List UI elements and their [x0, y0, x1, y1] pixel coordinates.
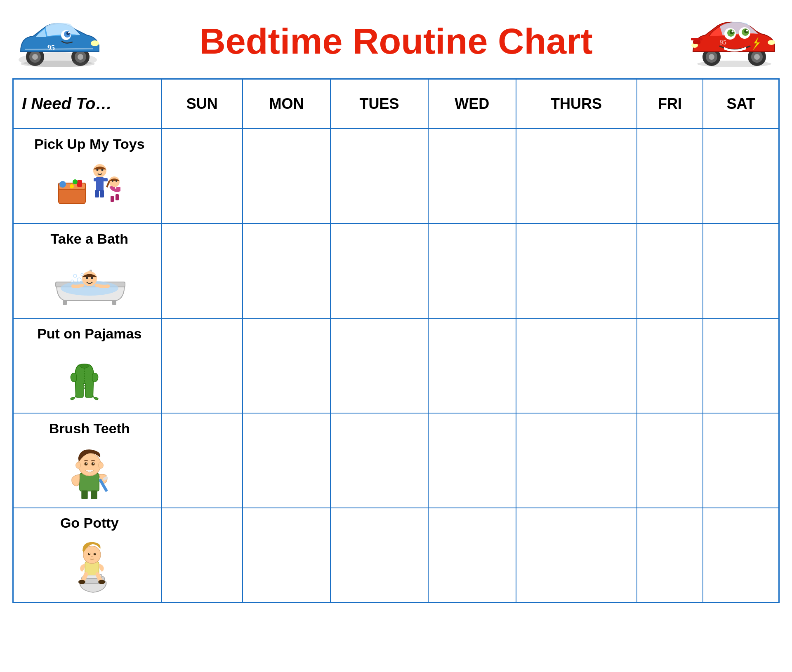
- svg-point-48: [109, 176, 120, 187]
- brush-teeth-mon[interactable]: [243, 413, 330, 508]
- put-on-pajamas-wed[interactable]: [428, 318, 516, 413]
- take-bath-wed[interactable]: [428, 223, 516, 318]
- mon-header: MON: [243, 79, 330, 129]
- toys-icon: [22, 156, 157, 218]
- svg-rect-43: [103, 178, 108, 181]
- task-column-header: I Need To…: [13, 79, 162, 129]
- take-bath-mon[interactable]: [243, 223, 330, 318]
- brush-teeth-tues[interactable]: [330, 413, 428, 508]
- svg-point-7: [91, 40, 99, 46]
- svg-point-47: [101, 169, 103, 171]
- put-on-pajamas-sat[interactable]: [703, 318, 779, 413]
- pick-up-toys-wed[interactable]: [428, 129, 516, 223]
- go-potty-sun[interactable]: [162, 508, 243, 603]
- thurs-header: THURS: [516, 79, 637, 129]
- go-potty-sat[interactable]: [703, 508, 779, 603]
- go-potty-tues[interactable]: [330, 508, 428, 603]
- task-label-take-bath: Take a Bath: [22, 231, 157, 247]
- sat-header: SAT: [703, 79, 779, 129]
- put-on-pajamas-thurs[interactable]: [516, 318, 637, 413]
- svg-rect-42: [94, 178, 99, 181]
- pick-up-toys-thurs[interactable]: [516, 129, 637, 223]
- routine-chart: I Need To… SUN MON TUES WED THURS FRI SA…: [12, 78, 780, 603]
- svg-point-61: [82, 271, 97, 286]
- pajamas-icon: [22, 346, 157, 408]
- task-cell-go-potty: Go Potty: [13, 508, 162, 603]
- pick-up-toys-tues[interactable]: [330, 129, 428, 223]
- svg-point-39: [73, 179, 78, 184]
- svg-rect-82: [81, 490, 87, 499]
- svg-text:95: 95: [47, 44, 55, 52]
- svg-point-37: [59, 181, 66, 188]
- svg-point-11: [68, 32, 70, 33]
- svg-point-54: [116, 180, 117, 182]
- svg-point-3: [32, 54, 38, 60]
- svg-point-21: [768, 40, 775, 45]
- svg-point-88: [78, 580, 85, 584]
- brush-teeth-sun[interactable]: [162, 413, 243, 508]
- svg-rect-33: [691, 38, 702, 40]
- take-bath-thurs[interactable]: [516, 223, 637, 318]
- go-potty-wed[interactable]: [428, 508, 516, 603]
- pick-up-toys-sun[interactable]: [162, 129, 243, 223]
- pick-up-toys-mon[interactable]: [243, 129, 330, 223]
- task-cell-put-on-pajamas: Put on Pajamas: [13, 318, 162, 413]
- take-bath-fri[interactable]: [637, 223, 703, 318]
- svg-point-30: [746, 30, 748, 32]
- task-row-pick-up-toys: Pick Up My Toys: [13, 129, 779, 223]
- brush-teeth-fri[interactable]: [637, 413, 703, 508]
- go-potty-thurs[interactable]: [516, 508, 637, 603]
- put-on-pajamas-mon[interactable]: [243, 318, 330, 413]
- brush-teeth-sat[interactable]: [703, 413, 779, 508]
- svg-point-40: [93, 164, 106, 177]
- brush-teeth-thurs[interactable]: [516, 413, 637, 508]
- page-title: Bedtime Routine Chart: [103, 20, 689, 62]
- svg-point-77: [86, 463, 87, 464]
- task-row-brush-teeth: Brush Teeth: [13, 413, 779, 508]
- svg-rect-44: [95, 190, 99, 197]
- svg-point-73: [75, 462, 80, 468]
- task-label-pick-up-toys: Pick Up My Toys: [22, 136, 157, 152]
- svg-rect-56: [63, 300, 67, 305]
- task-row-take-bath: Take a Bath: [13, 223, 779, 318]
- svg-point-26: [732, 31, 734, 33]
- svg-point-95: [91, 556, 92, 557]
- svg-point-36: [70, 184, 74, 188]
- go-potty-mon[interactable]: [243, 508, 330, 603]
- put-on-pajamas-sun[interactable]: [162, 318, 243, 413]
- svg-point-91: [88, 553, 90, 555]
- take-bath-sun[interactable]: [162, 223, 243, 318]
- wed-header: WED: [428, 79, 516, 129]
- svg-point-74: [98, 462, 103, 468]
- svg-point-53: [112, 180, 113, 182]
- pick-up-toys-fri[interactable]: [637, 129, 703, 223]
- svg-rect-83: [91, 490, 97, 499]
- go-potty-fri[interactable]: [637, 508, 703, 603]
- teeth-icon: [22, 441, 157, 503]
- task-row-go-potty: Go Potty: [13, 508, 779, 603]
- take-bath-sat[interactable]: [703, 223, 779, 318]
- svg-text:95: 95: [720, 39, 726, 46]
- svg-point-65: [73, 274, 77, 277]
- put-on-pajamas-fri[interactable]: [637, 318, 703, 413]
- task-cell-take-bath: Take a Bath: [13, 223, 162, 318]
- brush-teeth-wed[interactable]: [428, 413, 516, 508]
- svg-rect-49: [111, 187, 115, 190]
- bath-icon: [22, 251, 157, 313]
- take-bath-tues[interactable]: [330, 223, 428, 318]
- svg-point-75: [84, 462, 87, 465]
- svg-rect-38: [77, 180, 82, 187]
- pick-up-toys-sat[interactable]: [703, 129, 779, 223]
- svg-point-89: [98, 580, 105, 584]
- potty-icon: [22, 535, 157, 597]
- header-row: I Need To… SUN MON TUES WED THURS FRI SA…: [13, 79, 779, 129]
- header: 95 Bedtime Routine Chart: [12, 8, 780, 78]
- blue-car-icon: 95: [12, 12, 103, 70]
- task-cell-pick-up-toys: Pick Up My Toys: [13, 129, 162, 223]
- task-label-brush-teeth: Brush Teeth: [22, 421, 157, 437]
- put-on-pajamas-tues[interactable]: [330, 318, 428, 413]
- svg-point-46: [96, 169, 98, 171]
- svg-point-67: [71, 280, 73, 282]
- svg-rect-32: [693, 40, 700, 44]
- tues-header: TUES: [330, 79, 428, 129]
